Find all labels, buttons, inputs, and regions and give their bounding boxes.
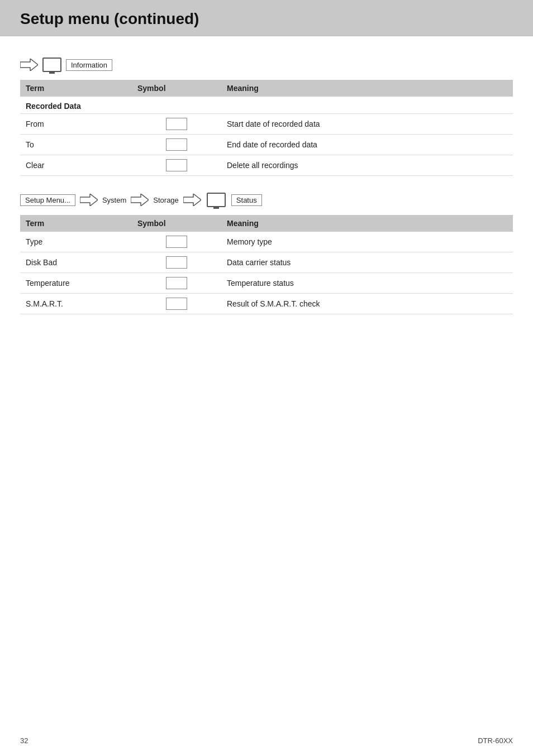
col-term-header: Term xyxy=(20,215,132,232)
symbol-box xyxy=(166,277,187,289)
screen-icon-1 xyxy=(42,58,61,72)
screen-icon-2 xyxy=(207,193,226,207)
table-row: Disk Bad Data carrier status xyxy=(20,252,513,273)
footer: 32 DTR-60XX xyxy=(20,736,513,745)
storage-label: Storage xyxy=(153,196,179,204)
symbol-cell xyxy=(132,252,221,273)
table-header-row: Term Symbol Meaning xyxy=(20,80,513,97)
svg-marker-0 xyxy=(20,59,38,71)
symbol-cell xyxy=(132,135,221,155)
arrow-icon-2 xyxy=(80,194,98,206)
col-symbol-header: Symbol xyxy=(132,80,221,97)
symbol-box xyxy=(166,159,187,171)
info-label-box: Information xyxy=(66,59,112,71)
symbol-cell xyxy=(132,155,221,176)
table-row: Clear Delete all recordings xyxy=(20,155,513,176)
table-row: S.M.A.R.T. Result of S.M.A.R.T. check xyxy=(20,294,513,314)
table-row: To End date of recorded data xyxy=(20,135,513,155)
term-cell: Temperature xyxy=(20,273,132,294)
symbol-cell xyxy=(132,114,221,135)
symbol-box xyxy=(166,236,187,248)
symbol-box xyxy=(166,256,187,269)
symbol-box xyxy=(166,138,187,151)
symbol-cell xyxy=(132,273,221,294)
svg-marker-3 xyxy=(183,194,201,206)
section2-table: Term Symbol Meaning Type Memory type Dis… xyxy=(20,215,513,314)
term-cell: Type xyxy=(20,232,132,252)
term-cell: Disk Bad xyxy=(20,252,132,273)
arrow-icon-1 xyxy=(20,59,38,71)
section1-table: Term Symbol Meaning Recorded Data From S… xyxy=(20,80,513,176)
page-title: Setup menu (continued) xyxy=(20,10,199,27)
page-number: 32 xyxy=(20,736,28,745)
symbol-cell xyxy=(132,97,221,114)
section2-nav: Setup Menu... System Storage xyxy=(20,193,513,207)
product-name: DTR-60XX xyxy=(478,736,513,745)
term-cell: S.M.A.R.T. xyxy=(20,294,132,314)
meaning-cell: Temperature status xyxy=(221,273,513,294)
status-label-box: Status xyxy=(231,194,262,206)
meaning-cell: Data carrier status xyxy=(221,252,513,273)
setup-menu-label: Setup Menu... xyxy=(20,194,75,206)
term-cell: To xyxy=(20,135,132,155)
meaning-cell: Delete all recordings xyxy=(221,155,513,176)
arrow-icon-3 xyxy=(131,194,149,206)
symbol-box xyxy=(166,298,187,310)
section1-nav: Information xyxy=(20,58,513,72)
meaning-cell: Start date of recorded data xyxy=(221,114,513,135)
term-cell: Clear xyxy=(20,155,132,176)
term-cell: Recorded Data xyxy=(20,97,132,114)
table-row: Recorded Data xyxy=(20,97,513,114)
term-cell: From xyxy=(20,114,132,135)
table-row: Temperature Temperature status xyxy=(20,273,513,294)
col-meaning-header: Meaning xyxy=(221,215,513,232)
meaning-cell xyxy=(221,97,513,114)
svg-marker-2 xyxy=(131,194,149,206)
meaning-cell: End date of recorded data xyxy=(221,135,513,155)
table-header-row: Term Symbol Meaning xyxy=(20,215,513,232)
symbol-cell xyxy=(132,232,221,252)
table-row: Type Memory type xyxy=(20,232,513,252)
content: Information Term Symbol Meaning Recorded… xyxy=(0,36,533,342)
col-meaning-header: Meaning xyxy=(221,80,513,97)
page: Setup menu (continued) Information Term xyxy=(0,0,533,756)
col-term-header: Term xyxy=(20,80,132,97)
col-symbol-header: Symbol xyxy=(132,215,221,232)
svg-marker-1 xyxy=(80,194,98,206)
header-bar: Setup menu (continued) xyxy=(0,0,533,36)
meaning-cell: Memory type xyxy=(221,232,513,252)
symbol-cell xyxy=(132,294,221,314)
arrow-icon-4 xyxy=(183,194,201,206)
system-label: System xyxy=(102,196,126,204)
table-row: From Start date of recorded data xyxy=(20,114,513,135)
meaning-cell: Result of S.M.A.R.T. check xyxy=(221,294,513,314)
symbol-box xyxy=(166,118,187,130)
